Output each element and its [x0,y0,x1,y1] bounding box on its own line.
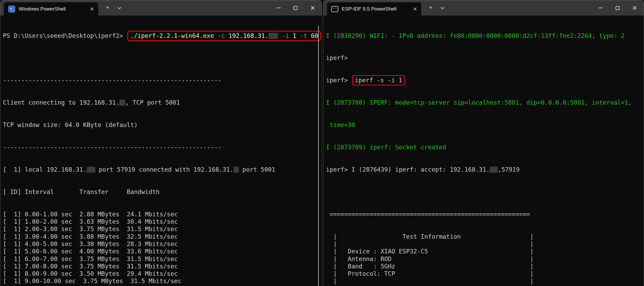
time-value: 60 [311,32,318,39]
annotation-box-client-command: ./iperf-2.2.1-win64.exe -c 192.168.31. -… [127,31,321,41]
test-info-line: | | [326,240,644,248]
redacted-ip-octet [234,167,239,173]
window-controls: × [592,0,643,16]
test-info-line: | | [326,277,644,285]
chevron-down-icon[interactable] [118,6,121,9]
interval-row: [ 1] 10.00-11.00 sec 4.00 MBytes 33.6 Mb… [3,285,322,286]
table-header: [ ID] Interval Transfer Bandwidth [3,188,322,196]
shell-prompt: PS D:\Users\seeed\Desktop\iperf2> [3,32,127,39]
interval-row: [ 1] 4.00-5.00 sec 3.38 MBytes 28.3 Mbit… [3,240,322,248]
accept-line: iperf> I (2876439) iperf: accept: 192.16… [326,166,644,173]
test-info-line: | Test Information | [326,233,644,240]
interval-row: [ 1] 5.00-6.00 sec 4.00 MBytes 33.6 Mbit… [3,248,322,255]
tab-title: Windows PowerShell [19,6,86,12]
interval-row: [ 1] 6.00-7.00 sec 3.75 MBytes 31.5 Mbit… [3,255,322,263]
tcp-window-line: TCP window size: 64.0 KByte (default) [3,121,322,129]
client-connecting-line: Client connecting to 192.168.31., TCP po… [3,99,322,106]
tabbar-divider [438,5,438,11]
blank-line [326,188,644,196]
tab-title: ESP-IDF 5.5 PowerShell [342,6,409,12]
socket-created-log: I (2873709) iperf: Socket created [326,144,644,151]
right-terminal-window: c:\ ESP-IDF 5.5 PowerShell × + × I (2830… [323,0,644,286]
interval-row: [ 1] 1.00-2.00 sec 3.63 MBytes 30.4 Mbit… [3,218,322,225]
flag-t: -t [296,32,311,39]
redacted-ip-octet [490,167,498,173]
local-connection-line: [ 1] local 192.168.31. port 57919 connec… [3,166,322,173]
interval-row: [ 1] 0.00-1.00 sec 2.88 MBytes 24.1 Mbit… [3,211,322,218]
left-terminal-window: >_ Windows PowerShell × + × PS D:\Users\… [0,0,322,286]
left-titlebar[interactable]: >_ Windows PowerShell × + × [0,0,322,16]
blank-line [3,54,322,62]
test-info-line: | Antenna: ROD | [326,255,644,263]
command-executable: ./iperf-2.2.1-win64.exe [130,32,214,39]
interval-row: [ 1] 3.00-4.00 sec 3.88 MBytes 32.5 Mbit… [3,233,322,240]
close-icon: × [632,5,637,11]
test-info-line: | Protocol: TCP | [326,270,644,277]
redacted-ip-octet [119,100,125,106]
server-command-line: iperf> iperf -s -i 1 [326,76,644,84]
left-terminal-content[interactable]: PS D:\Users\seeed\Desktop\iperf2> ./iper… [0,16,322,286]
powershell-icon: >_ [8,6,15,13]
separator-line: ----------------------------------------… [3,76,322,84]
wifi-ipv6-log: I (2830290) WIFI: - IPv6 address: fe80:0… [326,32,644,39]
flag-c: -c [214,32,228,39]
test-info-line: | Band : 5GHz | [326,263,644,270]
tab-windows-powershell[interactable]: >_ Windows PowerShell × [4,2,98,16]
tab-close-icon[interactable]: × [90,6,94,12]
maximize-button[interactable] [287,0,304,16]
interval-row: [ 1] 2.00-3.00 sec 3.75 MBytes 31.5 Mbit… [3,225,322,233]
iperf-config-log-wrap: time=30 [326,121,644,129]
interval-rows: [ 1] 0.00-1.00 sec 2.88 MBytes 24.1 Mbit… [3,211,322,286]
chevron-down-icon[interactable] [441,6,444,9]
close-button[interactable]: × [304,0,321,16]
tab-close-icon[interactable]: × [413,6,417,12]
annotation-box-server-command: iperf -s -i 1 [352,75,405,85]
server-ip: 192.168.31. [229,32,269,39]
minimize-icon [598,8,603,8]
right-terminal-content[interactable]: I (2830290) WIFI: - IPv6 address: fe80:0… [323,16,644,286]
flag-i: -i [278,32,293,39]
minimize-icon [276,8,281,8]
minimize-button[interactable] [592,0,609,16]
close-icon: × [310,5,315,11]
server-command: iperf -s -i 1 [355,77,402,84]
maximize-icon [294,6,298,10]
equals-separator: ========================================… [326,211,644,218]
interval-row: [ 1] 8.00-9.00 sec 3.50 MBytes 29.4 Mbit… [3,270,322,277]
maximize-button[interactable] [609,0,626,16]
redacted-ip-octet [87,167,95,173]
iperf-prompt: iperf> [326,77,351,84]
minimize-button[interactable] [270,0,287,16]
window-controls: × [270,0,321,16]
test-information-box: | Test Information | | | | Device : XIAO… [326,233,644,285]
tabbar-divider [115,5,115,11]
tab-espidf-powershell[interactable]: c:\ ESP-IDF 5.5 PowerShell × [327,2,421,16]
test-info-line: | Device : XIAO ESP32-C5 | [326,248,644,255]
interval-value: 1 [293,32,296,39]
new-tab-button[interactable]: + [426,4,435,12]
separator-line: ----------------------------------------… [3,144,322,151]
iperf-config-log: I (2873708) IPERF: mode=tcp-server sip=l… [326,99,644,106]
new-tab-button[interactable]: + [103,4,112,12]
iperf-prompt: iperf> [326,54,644,62]
right-titlebar[interactable]: c:\ ESP-IDF 5.5 PowerShell × + × [323,0,644,16]
redacted-ip-octet [269,33,278,39]
command-line: PS D:\Users\seeed\Desktop\iperf2> ./iper… [3,32,322,39]
close-button[interactable]: × [626,0,643,16]
maximize-icon [616,6,620,10]
interval-row: [ 1] 9.00-10.00 sec 3.75 MBytes 31.5 Mbi… [3,277,322,285]
cmd-icon: c:\ [331,6,338,12]
interval-row: [ 1] 7.00-8.00 sec 3.75 MBytes 31.5 Mbit… [3,263,322,270]
scrollbar[interactable] [318,25,319,286]
